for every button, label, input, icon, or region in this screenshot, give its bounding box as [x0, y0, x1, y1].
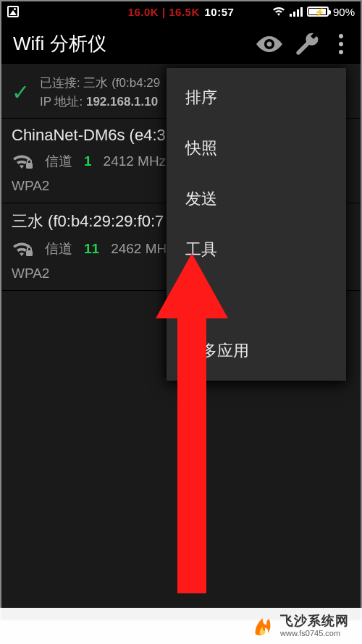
menu-item-more-apps[interactable]: 更多应用 — [167, 326, 346, 376]
svg-rect-1 — [26, 250, 33, 256]
menu-item-sort[interactable]: 排序 — [167, 72, 346, 123]
watermark: 飞沙系统网 www.fs0745.com — [0, 608, 362, 644]
watermark-logo-icon — [253, 616, 273, 636]
status-bar: 16.0K | 16.5K 10:57 ⚡ 90% — [0, 0, 362, 23]
wrench-icon[interactable] — [292, 30, 321, 59]
channel-number: 1 — [84, 153, 92, 169]
overflow-menu: 排序 快照 发送 工具 更多应用 — [167, 68, 346, 381]
menu-item-tools[interactable]: 工具 — [167, 224, 346, 275]
connected-text: 已连接: 三水 (f0:b4:29 IP 地址: 192.168.1.10 — [40, 74, 160, 111]
channel-number: 11 — [84, 241, 99, 257]
battery-icon: ⚡ — [307, 7, 329, 17]
svg-rect-0 — [26, 163, 33, 169]
overflow-menu-icon[interactable] — [330, 34, 352, 54]
net-up: 16.5K — [169, 6, 200, 18]
check-icon: ✓ — [12, 82, 30, 103]
channel-label: 信道 — [45, 240, 72, 258]
watermark-title: 飞沙系统网 — [280, 614, 349, 629]
watermark-url: www.fs0745.com — [280, 629, 349, 638]
channel-label: 信道 — [45, 152, 72, 171]
app-title: Wifi 分析仪 — [13, 31, 246, 56]
app-bar: Wifi 分析仪 — [0, 23, 362, 65]
eye-icon[interactable] — [255, 30, 284, 59]
menu-item-send[interactable]: 发送 — [167, 174, 346, 224]
clock: 10:57 — [204, 6, 234, 18]
wifi-lock-icon — [12, 240, 33, 258]
frequency: 2462 MHz — [111, 241, 174, 257]
wifi-lock-icon — [12, 153, 33, 170]
frequency: 2412 MHz — [104, 153, 167, 169]
menu-item-hidden[interactable] — [167, 275, 346, 326]
menu-item-snapshot[interactable]: 快照 — [167, 123, 346, 174]
net-down: 16.0K — [128, 6, 159, 18]
wifi-status-icon — [272, 7, 285, 17]
